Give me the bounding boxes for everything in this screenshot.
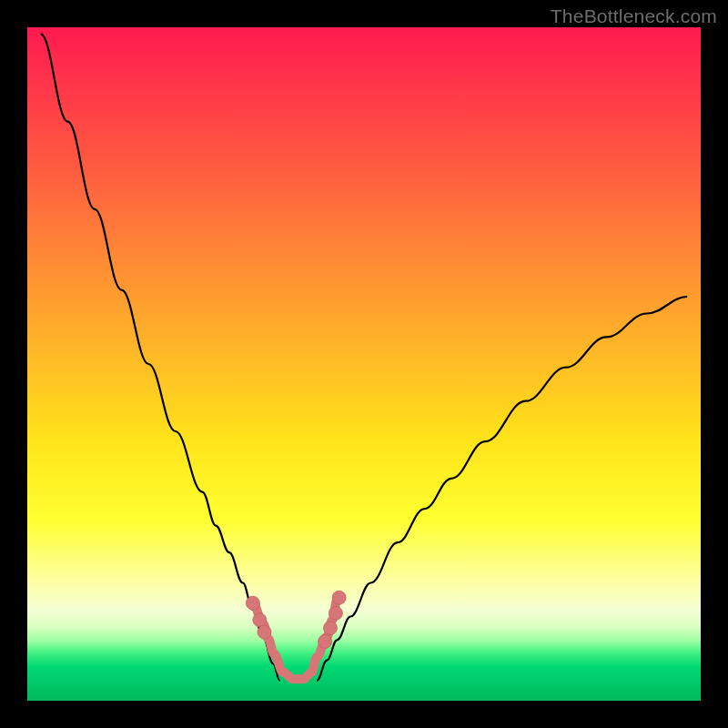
watermark-text: TheBottleneck.com [551,5,717,27]
data-marker [258,625,271,639]
right-curve [317,297,687,681]
data-marker [324,622,338,635]
data-marker [253,613,267,627]
chart-frame: TheBottleneck.com [0,0,728,728]
data-marker [329,606,342,620]
data-marker [318,634,332,648]
plot-area [27,27,701,701]
data-marker [332,591,346,604]
chart-svg [27,27,701,701]
data-marker [246,596,259,610]
left-curve [41,34,280,680]
